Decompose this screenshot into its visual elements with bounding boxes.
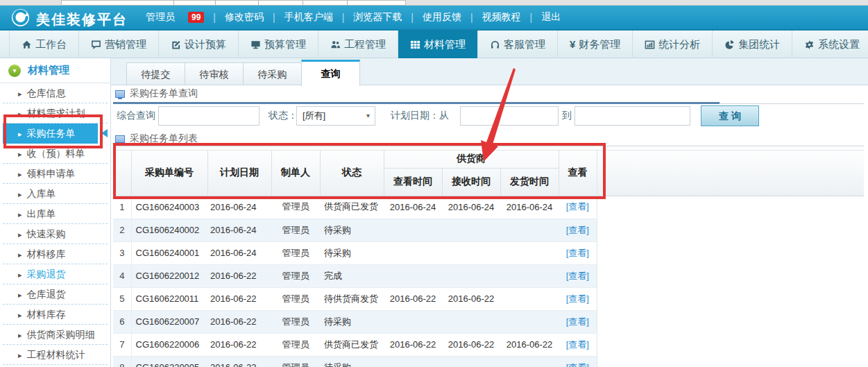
cell-receive-time: 2016-06-22: [442, 287, 500, 310]
col-num: [113, 150, 131, 196]
sidebar-item-outbound[interactable]: ▸出库单: [3, 204, 108, 224]
sidebar-item-purchase-return[interactable]: ▸采购退货: [3, 264, 108, 284]
screen-icon: [115, 135, 125, 143]
view-link[interactable]: [查看]: [566, 271, 589, 281]
bullet-icon: ▸: [18, 351, 22, 359]
tab-pending-submit[interactable]: 待提交: [126, 62, 185, 85]
separator: |: [530, 12, 533, 23]
date-from-input[interactable]: [460, 106, 559, 126]
sidebar-item-material-stock[interactable]: ▸材料库存: [3, 305, 108, 325]
date-to-input[interactable]: [575, 106, 690, 126]
topbar-link[interactable]: 浏览器下载: [353, 11, 402, 24]
bullet-icon: ▸: [18, 190, 22, 198]
sidebar-item-project-material-stats[interactable]: ▸工程材料统计: [3, 345, 108, 365]
nav-item-workbench[interactable]: 工作台: [9, 31, 79, 58]
brand-title: 美佳装修平台: [36, 10, 128, 29]
separator: |: [213, 12, 216, 23]
keyword-input[interactable]: [158, 106, 259, 126]
nav-item-finance[interactable]: ¥财务管理: [558, 31, 633, 58]
bullet-icon: ▸: [18, 230, 22, 239]
view-link[interactable]: [查看]: [566, 362, 589, 367]
grid-icon: [410, 40, 420, 50]
cell-row-num: 2: [113, 219, 131, 241]
cell-action: [查看]: [559, 310, 597, 333]
nav-item-settings[interactable]: 系统设置: [792, 31, 868, 58]
topbar-link[interactable]: 使用反馈: [423, 11, 461, 24]
view-link[interactable]: [查看]: [566, 293, 589, 304]
cell-status: 供货商已发货: [320, 333, 384, 356]
cell-maker: 管理员: [271, 264, 320, 287]
section-underline-cont: [720, 103, 864, 104]
topbar-link[interactable]: 修改密码: [225, 11, 264, 24]
pie-icon: [724, 40, 735, 50]
cell-status: 待采购: [320, 241, 384, 264]
sidebar-item-label: 快速采购: [27, 228, 66, 239]
topbar-link[interactable]: 视频教程: [482, 11, 521, 24]
sidebar-header[interactable]: ▾ 材料管理: [0, 58, 110, 83]
nav-item-group-stats[interactable]: 集团统计: [713, 31, 792, 58]
cell-code: CG1606220006: [131, 333, 207, 356]
table-row: 8CG16062200052016-06-22管理员待采购[查看]: [113, 356, 597, 367]
cell-action: [查看]: [559, 333, 597, 356]
cell-maker: 管理员: [271, 333, 320, 356]
sidebar-item-warehouse-return[interactable]: ▸仓库退货: [3, 284, 108, 305]
cell-action: [查看]: [559, 356, 597, 367]
cell-status: 供货商已发货: [320, 196, 384, 219]
view-link[interactable]: [查看]: [566, 339, 589, 350]
cell-maker: 管理员: [271, 196, 320, 219]
sidebar-item-receive-material[interactable]: ▸收（预）料单: [3, 144, 108, 164]
cell-status: 待采购: [320, 219, 384, 241]
search-button[interactable]: 查 询: [701, 105, 759, 126]
sidebar-item-inbound[interactable]: ▸入库单: [3, 184, 108, 204]
screen-icon: [115, 90, 125, 98]
sidebar-item-warehouse-info[interactable]: ▸仓库信息: [3, 83, 108, 103]
sidebar-item-label: 材料移库: [27, 248, 66, 259]
query-section-header: 采购任务单查询: [115, 87, 198, 101]
browser-tick: [173, 0, 174, 6]
cell-action: [查看]: [559, 264, 597, 287]
status-label: 状态：: [269, 110, 298, 122]
status-select[interactable]: [所有] ▾: [296, 106, 375, 126]
sidebar-item-material-transfer[interactable]: ▸材料移库: [3, 244, 108, 264]
nav-item-customer-service[interactable]: 客服管理: [478, 31, 558, 58]
cell-maker: 管理员: [271, 241, 320, 264]
table-row: 6CG16062200072016-06-22管理员待采购[查看]: [113, 310, 597, 333]
sidebar-item-label: 收（预）料单: [27, 148, 85, 159]
cell-code: CG1606220005: [131, 356, 207, 367]
sidebar-item-quick-purchase[interactable]: ▸快速采购: [3, 224, 108, 244]
nav-item-label: 工作台: [35, 31, 67, 58]
sidebar-item-material-demand-plan[interactable]: ▸材料需求计划: [3, 103, 108, 123]
purchase-order-table: 采购单编号 计划日期 制单人 状态 供货商 查看 查看时间 接收时间 发货时间 …: [113, 150, 597, 367]
tab-pending-review[interactable]: 待审核: [185, 62, 244, 85]
date-from-label: 计划日期：从: [391, 110, 449, 122]
col-code: 采购单编号: [131, 150, 207, 196]
sidebar-item-purchase-task[interactable]: ▸采购任务单: [3, 123, 98, 144]
cell-receive-time: [442, 310, 500, 333]
cell-row-num: 8: [113, 356, 131, 367]
nav-item-budget[interactable]: 预算管理: [239, 31, 318, 58]
view-link[interactable]: [查看]: [566, 201, 589, 212]
view-link[interactable]: [查看]: [566, 225, 589, 235]
nav-item-marketing[interactable]: 营销管理: [79, 31, 159, 58]
nav-item-materials[interactable]: 材料管理: [398, 31, 478, 58]
view-link[interactable]: [查看]: [566, 316, 589, 327]
topbar-link[interactable]: 退出: [541, 11, 561, 24]
cell-view-time: [384, 219, 442, 241]
status-select-value: [所有]: [303, 110, 325, 121]
sidebar-item-supplier-purchase-detail[interactable]: ▸供货商采购明细: [3, 325, 108, 345]
cell-code: CG1606220012: [131, 264, 207, 287]
nav-item-engineering[interactable]: 工程管理: [318, 31, 398, 58]
view-link[interactable]: [查看]: [566, 248, 589, 258]
col-supplier-group: 供货商: [384, 150, 559, 168]
query-section-title: 采购任务单查询: [130, 87, 198, 100]
cell-maker: 管理员: [271, 310, 320, 333]
tab-pending-purchase[interactable]: 待采购: [243, 62, 302, 85]
sidebar-item-material-request[interactable]: ▸领料申请单: [3, 164, 108, 184]
main-nav: 工作台营销管理设计预算预算管理工程管理材料管理客服管理¥财务管理统计分析集团统计…: [0, 31, 868, 58]
tab-query[interactable]: 查询: [301, 60, 360, 86]
nav-item-design-budget[interactable]: 设计预算: [159, 31, 239, 58]
cell-ship-time: [500, 310, 559, 333]
nav-item-statistics[interactable]: 统计分析: [633, 31, 713, 58]
user-label[interactable]: 管理员: [146, 11, 175, 24]
topbar-link[interactable]: 手机客户端: [284, 11, 333, 24]
